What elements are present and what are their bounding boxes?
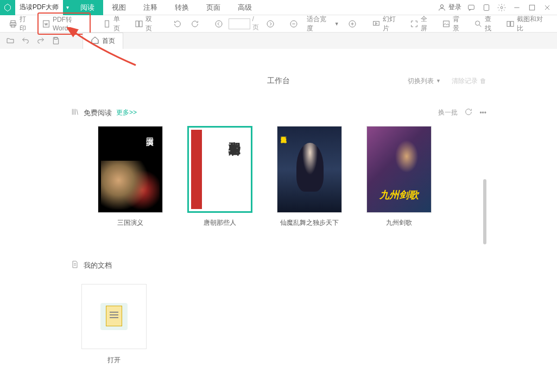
book-item[interactable]: 仙魔乱舞之独步天下 仙魔乱舞之独步天下 [277, 126, 342, 227]
workbench-title: 工作台 [267, 76, 290, 86]
more-options-icon[interactable]: ••• [479, 109, 486, 117]
settings-icon[interactable] [496, 2, 507, 13]
svg-rect-11 [140, 21, 142, 27]
svg-rect-4 [529, 5, 534, 10]
app-name: 迅读PDF大师 [15, 3, 63, 12]
screenshot-compare-button[interactable]: 截图和对比 [503, 13, 552, 35]
switch-list-label: 切换列表 [408, 77, 434, 86]
menu-advanced[interactable]: 高级 [229, 0, 261, 15]
book-title: 仙魔乱舞之独步天下 [280, 218, 339, 227]
pdf-to-word-button[interactable]: PDF转Word [37, 12, 91, 35]
background-label: 背景 [453, 15, 465, 33]
rotate-right-button[interactable] [187, 18, 202, 30]
book-title: 三国演义 [117, 218, 143, 227]
prev-page-button[interactable] [211, 18, 226, 30]
svg-point-13 [267, 21, 274, 27]
fullscreen-icon [410, 20, 419, 28]
pdf-to-word-label: PDF转Word [53, 15, 86, 32]
svg-rect-5 [11, 21, 15, 23]
chevron-down-icon: ▼ [334, 21, 339, 27]
next-page-button[interactable] [263, 18, 278, 30]
book-item[interactable]: 三国演义 三国演义 [98, 126, 163, 227]
book-item[interactable]: 九州剑歌 九州剑歌 [366, 126, 432, 227]
svg-point-12 [216, 21, 222, 27]
book-list: 三国演义 三国演义 唐朝那些人 唐朝那些人 仙魔乱舞之独步天下 仙魔乱舞之独步天… [71, 126, 486, 227]
open-file-icon [100, 303, 128, 330]
my-docs-title: 我的文档 [84, 261, 112, 270]
svg-rect-16 [373, 21, 379, 25]
home-icon [91, 36, 99, 46]
pdf-word-icon [42, 20, 50, 28]
minimize-icon[interactable] [511, 2, 522, 13]
book-cover: 唐朝那些人 [187, 126, 252, 213]
clear-history-button[interactable]: 清除记录 🗑 [452, 77, 486, 86]
menu-convert[interactable]: 转换 [166, 0, 198, 15]
book-cover: 三国演义 [98, 126, 163, 213]
document-icon [71, 260, 79, 270]
books-icon [71, 108, 79, 118]
tab-home[interactable]: 首页 [83, 33, 123, 49]
open-document-tile[interactable] [81, 284, 147, 349]
book-title: 九州剑歌 [386, 218, 412, 227]
book-item[interactable]: 唐朝那些人 唐朝那些人 [187, 126, 252, 227]
book-cover: 九州剑歌 [366, 126, 432, 213]
svg-rect-21 [54, 37, 57, 39]
save-icon[interactable] [51, 36, 61, 46]
refresh-batch-button[interactable]: 换一批 [438, 108, 458, 117]
device-icon[interactable] [481, 2, 492, 13]
double-page-button[interactable]: 双页 [131, 13, 161, 35]
svg-rect-10 [136, 21, 138, 27]
scrollbar[interactable] [483, 179, 486, 244]
find-icon [474, 20, 483, 28]
login-button[interactable]: 登录 [438, 3, 461, 12]
navbar: 首页 [0, 33, 557, 49]
book-title: 唐朝那些人 [204, 218, 236, 227]
find-button[interactable]: 查找 [471, 13, 501, 35]
undo-icon[interactable] [21, 36, 30, 46]
background-icon [442, 20, 451, 28]
free-read-more-link[interactable]: 更多>> [116, 108, 137, 117]
free-read-header: 免费阅读 更多>> 换一批 ••• [71, 97, 486, 126]
open-label: 打开 [81, 356, 147, 365]
fullscreen-button[interactable]: 全屏 [407, 13, 436, 35]
single-page-label: 单页 [113, 15, 126, 33]
page-number-input[interactable] [229, 18, 250, 29]
print-label: 打印 [20, 15, 32, 33]
maximize-icon[interactable] [527, 2, 537, 13]
feedback-icon[interactable] [466, 2, 477, 13]
svg-point-0 [440, 4, 443, 7]
single-page-button[interactable]: 单页 [99, 13, 129, 35]
open-folder-icon[interactable] [5, 36, 15, 46]
page-total-label: /页 [252, 15, 261, 32]
content-area: 工作台 切换列表 ▼ 清除记录 🗑 免费阅读 更多>> 换一批 ••• 三国演义 [0, 49, 557, 392]
double-page-label: 双页 [145, 15, 158, 33]
print-icon [9, 20, 17, 28]
switch-list-button[interactable]: 切换列表 ▼ [408, 77, 441, 86]
my-docs-header: 我的文档 [71, 249, 486, 279]
menu-page[interactable]: 页面 [198, 0, 229, 15]
svg-rect-19 [507, 21, 510, 26]
background-button[interactable]: 背景 [439, 13, 469, 35]
my-documents-section: 我的文档 打开 [71, 227, 486, 365]
screenshot-icon [506, 20, 515, 28]
redo-icon[interactable] [36, 36, 46, 46]
fit-width-select[interactable]: 适合宽度 ▼ [303, 13, 342, 35]
svg-rect-9 [105, 21, 109, 27]
slideshow-icon [372, 20, 381, 28]
svg-rect-20 [511, 21, 514, 26]
svg-point-3 [501, 7, 503, 9]
chevron-down-icon: ▼ [436, 78, 441, 84]
trash-icon: 🗑 [480, 77, 486, 85]
fullscreen-label: 全屏 [421, 15, 433, 33]
fit-width-label: 适合宽度 [307, 15, 332, 33]
rotate-left-button[interactable] [170, 18, 185, 30]
single-page-icon [103, 20, 111, 28]
slideshow-button[interactable]: 幻灯片 [369, 13, 405, 35]
zoom-out-button[interactable] [286, 18, 301, 30]
zoom-in-button[interactable] [345, 18, 360, 30]
svg-point-18 [476, 21, 480, 25]
print-button[interactable]: 打印 [5, 13, 35, 35]
refresh-icon[interactable] [464, 108, 473, 118]
double-page-icon [135, 20, 143, 28]
close-icon[interactable] [542, 2, 553, 13]
